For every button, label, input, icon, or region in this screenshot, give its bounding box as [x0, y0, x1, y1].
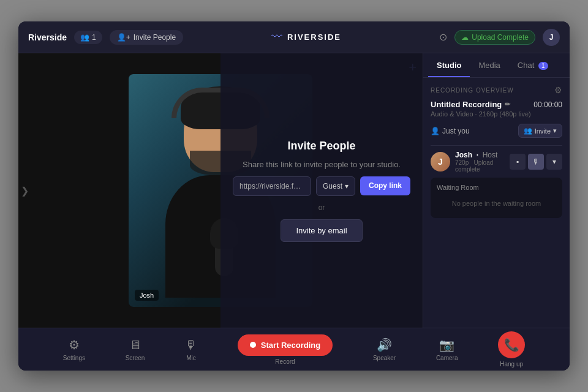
- right-sidebar: Studio Media Chat 1 RECORDING OVERVIEW ⚙: [423, 53, 570, 328]
- tab-chat-label: Chat: [518, 61, 534, 70]
- recording-name-text: Untitled Recording: [431, 100, 502, 109]
- participant-row: 👤 Just you 👥 Invite ▾: [431, 124, 562, 138]
- recording-settings-icon[interactable]: ⚙: [554, 85, 562, 95]
- app-window: Riverside 👥 1 👤+ Invite People 〰 RIVERSI…: [18, 21, 570, 371]
- tab-studio[interactable]: Studio: [428, 53, 470, 77]
- link-row: https://riverside.fm/... Guest ▾ Copy li…: [233, 176, 410, 196]
- user-name-text: Josh: [455, 151, 472, 159]
- user-info-josh: Josh · Host 720p Upload complete: [455, 151, 505, 173]
- video-user-label: Josh: [135, 290, 159, 301]
- logo-text: RIVERSIDE: [287, 32, 341, 42]
- collapse-arrow-icon[interactable]: ❯: [18, 180, 31, 202]
- mic-label: Mic: [186, 355, 196, 361]
- copy-link-button[interactable]: Copy link: [360, 176, 410, 196]
- record-dot-icon: [250, 342, 256, 348]
- recording-overview-label: RECORDING OVERVIEW: [431, 87, 514, 94]
- user-role: Host: [483, 151, 498, 159]
- tab-media[interactable]: Media: [470, 53, 508, 77]
- header: Riverside 👥 1 👤+ Invite People 〰 RIVERSI…: [18, 21, 570, 53]
- person-icon: 👤: [431, 127, 440, 135]
- speaker-button[interactable]: 🔊 Speaker: [373, 337, 396, 361]
- invite-overlay: Invite People Share this link to invite …: [221, 53, 423, 328]
- screen-label: Screen: [126, 355, 145, 361]
- edit-recording-icon[interactable]: ✏: [505, 100, 510, 108]
- people-icon: 👥: [80, 33, 89, 42]
- avatar-initial: J: [549, 33, 554, 42]
- invite-label: Invite People: [134, 33, 176, 42]
- cloud-icon: ☁: [461, 33, 469, 42]
- speaker-label: Speaker: [373, 355, 396, 361]
- screen-share-button[interactable]: 🖥 Screen: [126, 338, 145, 361]
- settings-button[interactable]: ⚙ Settings: [63, 337, 85, 361]
- settings-icon: ⚙: [69, 337, 80, 352]
- avatar: J: [543, 29, 560, 46]
- header-right: ⊙ ☁ Upload Complete J: [425, 29, 560, 46]
- user-card-josh: J Josh · Host 720p Upload complete: [431, 151, 562, 173]
- guest-dropdown[interactable]: Guest ▾: [316, 176, 355, 196]
- user-avatar-josh: J: [431, 152, 450, 172]
- recording-title-row: Untitled Recording ✏ 00:00:00: [431, 100, 562, 109]
- sidebar-content: RECORDING OVERVIEW ⚙ Untitled Recording …: [423, 78, 570, 328]
- hangup-button[interactable]: 📞: [498, 331, 525, 358]
- logo-wave-icon: 〰: [271, 31, 282, 43]
- recording-name: Untitled Recording ✏: [431, 100, 510, 109]
- speaker-icon: 🔊: [377, 337, 392, 352]
- count-value: 1: [92, 33, 96, 42]
- recording-timer: 00:00:00: [533, 100, 562, 109]
- mic-icon: 🎙: [185, 338, 197, 352]
- invite-people-button[interactable]: 👤+ Invite People: [110, 30, 183, 45]
- record-label: Record: [275, 358, 295, 365]
- divider: [431, 145, 562, 146]
- chat-badge: 1: [538, 62, 548, 70]
- invite-btn-label: Invite: [535, 127, 551, 135]
- waiting-room-label: Waiting Room: [437, 184, 556, 191]
- phone-icon: 📞: [504, 337, 519, 352]
- header-center: 〰 RIVERSIDE: [187, 31, 425, 43]
- avatar-initial: J: [438, 157, 443, 167]
- invite-overlay-title: Invite People: [287, 140, 355, 153]
- guest-label: Guest: [323, 182, 342, 190]
- upload-status-badge: ☁ Upload Complete: [454, 30, 535, 45]
- main-content: Josh + Invite People Share this link to …: [18, 53, 570, 328]
- settings-icon[interactable]: ⊙: [439, 31, 447, 43]
- mic-button[interactable]: 🎙 Mic: [185, 338, 197, 361]
- camera-button[interactable]: 📷 Camera: [436, 337, 458, 361]
- camera-icon: 📷: [439, 337, 454, 352]
- user-name: Josh · Host: [455, 151, 505, 159]
- invite-link-display: https://riverside.fm/...: [233, 176, 311, 196]
- start-recording-button[interactable]: Start Recording: [238, 334, 333, 356]
- video-panel: Josh + Invite People Share this link to …: [18, 53, 423, 328]
- user-controls: ▪ 🎙 ▾: [510, 154, 562, 170]
- invite-overlay-subtitle: Share this link to invite people to your…: [243, 160, 401, 169]
- waiting-room: Waiting Room No people in the waiting ro…: [431, 178, 562, 218]
- mic-toggle-button[interactable]: 🎙: [528, 154, 544, 170]
- chevron-down-icon: ▾: [345, 182, 349, 190]
- recording-overview-header: RECORDING OVERVIEW ⚙: [431, 85, 562, 95]
- chevron-down-icon: ▾: [553, 127, 557, 135]
- sidebar-invite-button[interactable]: 👥 Invite ▾: [518, 124, 562, 138]
- hangup-label: Hang up: [500, 361, 523, 368]
- add-person-icon: 👤+: [117, 33, 130, 42]
- camera-label: Camera: [436, 355, 458, 361]
- tab-media-label: Media: [478, 61, 500, 70]
- invite-by-email-button[interactable]: Invite by email: [281, 219, 362, 242]
- user-meta: 720p Upload complete: [455, 159, 505, 173]
- brand-name: Riverside: [28, 32, 67, 42]
- sidebar-tabs: Studio Media Chat 1: [423, 53, 570, 78]
- header-left: Riverside 👥 1 👤+ Invite People: [28, 30, 187, 45]
- tab-chat[interactable]: Chat 1: [509, 53, 557, 77]
- more-options-button[interactable]: ▾: [546, 154, 562, 170]
- no-waiting-text: No people in the waiting room: [437, 195, 556, 212]
- add-person-icon: 👥: [524, 127, 532, 135]
- or-divider: or: [318, 203, 325, 212]
- upload-status-text: Upload Complete: [472, 33, 529, 42]
- video-toggle-button[interactable]: ▪: [510, 154, 526, 170]
- screen-icon: 🖥: [129, 338, 141, 352]
- participant-label-text: Just you: [442, 127, 470, 135]
- user-quality: 720p: [455, 159, 469, 166]
- settings-label: Settings: [63, 355, 85, 361]
- start-recording-label: Start Recording: [261, 341, 321, 350]
- tab-studio-label: Studio: [437, 61, 461, 70]
- participant-label: 👤 Just you: [431, 127, 470, 135]
- recording-meta: Audio & Video · 2160p (480p live): [431, 110, 562, 118]
